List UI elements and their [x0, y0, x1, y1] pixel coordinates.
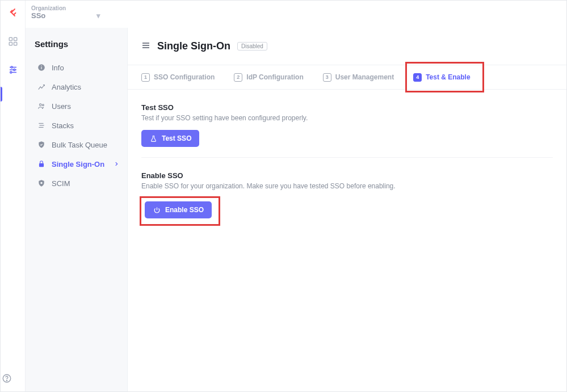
wizard-tabs: 1 SSO Configuration 2 IdP Configuration …: [128, 65, 566, 90]
sidebar-item-label: Analytics: [52, 83, 81, 91]
sidebar-item-label: Single Sign-On: [52, 160, 104, 168]
sidebar-item-scim[interactable]: SCIM: [33, 174, 123, 193]
sidebar-title: Settings: [33, 39, 123, 49]
tab-number: 4: [413, 73, 422, 82]
tab-label: User Management: [335, 73, 394, 81]
tab-sso-configuration[interactable]: 1 SSO Configuration: [141, 65, 215, 89]
page-header: Single Sign-On Disabled: [141, 40, 553, 52]
stacks-icon: [37, 121, 46, 130]
nav-rail: [1, 1, 26, 391]
svg-point-15: [40, 104, 42, 106]
tab-number: 3: [323, 73, 331, 82]
section-desc: Test if your SSO setting have been confi…: [141, 114, 553, 122]
section-enable-sso: Enable SSO Enable SSO for your organizat…: [141, 171, 553, 224]
sidebar-item-label: Users: [52, 102, 71, 111]
main-column: Organization SSo ▾ Settings Info: [26, 1, 566, 391]
analytics-icon: [37, 82, 46, 91]
users-icon: [37, 102, 46, 111]
settings-sidebar: Settings Info Analytics: [26, 28, 128, 391]
help-icon[interactable]: [1, 372, 13, 385]
svg-point-14: [41, 65, 42, 66]
svg-point-21: [40, 182, 43, 184]
svg-point-16: [43, 104, 44, 106]
svg-point-11: [6, 380, 7, 381]
org-label: Organization: [31, 5, 100, 11]
sidebar-item-info[interactable]: Info: [33, 58, 123, 77]
chevron-right-icon: [114, 160, 119, 168]
tab-user-management[interactable]: 3 User Management: [323, 65, 394, 89]
tab-label: IdP Configuration: [246, 73, 303, 81]
button-label: Enable SSO: [165, 206, 204, 214]
sidebar-item-label: Bulk Task Queue: [52, 141, 107, 149]
test-sso-button[interactable]: Test SSO: [141, 130, 199, 147]
sidebar-item-label: Stacks: [52, 121, 74, 130]
section-desc: Enable SSO for your organization. Make s…: [141, 182, 553, 190]
tab-number: 1: [141, 73, 150, 82]
org-value: SSo: [31, 11, 45, 20]
power-icon: [153, 206, 161, 214]
svg-point-7: [13, 69, 15, 71]
divider: [141, 157, 553, 158]
sidebar-item-users[interactable]: Users: [33, 96, 123, 116]
section-title: Test SSO: [141, 103, 553, 112]
status-badge: Disabled: [237, 42, 267, 50]
rail-settings-icon[interactable]: [7, 64, 19, 76]
flask-icon: [149, 134, 157, 142]
svg-point-5: [11, 66, 12, 68]
enable-sso-button[interactable]: Enable SSO: [145, 201, 212, 218]
rail-dashboard-icon[interactable]: [7, 35, 19, 48]
tab-idp-configuration[interactable]: 2 IdP Configuration: [234, 65, 303, 89]
sidebar-item-stacks[interactable]: Stacks: [33, 116, 123, 135]
highlight-box: Enable SSO: [141, 198, 219, 224]
scim-icon: [37, 179, 46, 188]
section-title: Enable SSO: [141, 171, 553, 180]
org-selector[interactable]: Organization SSo ▾: [31, 5, 100, 20]
tab-label: SSO Configuration: [154, 73, 215, 81]
svg-rect-1: [14, 37, 16, 40]
info-icon: [37, 63, 46, 72]
content-row: Settings Info Analytics: [26, 28, 566, 391]
svg-rect-0: [9, 37, 12, 40]
chevron-down-icon: ▾: [96, 11, 100, 20]
sidebar-item-label: SCIM: [52, 179, 70, 188]
svg-rect-20: [39, 163, 44, 167]
page-content: Single Sign-On Disabled 1 SSO Configurat…: [128, 28, 566, 391]
sidebar-item-label: Info: [52, 64, 64, 72]
svg-rect-3: [14, 43, 16, 45]
top-bar: Organization SSo ▾: [26, 1, 566, 28]
tab-number: 2: [234, 73, 242, 82]
rail-active-indicator: [1, 87, 2, 102]
tab-label: Test & Enable: [426, 73, 470, 81]
button-label: Test SSO: [162, 134, 191, 142]
lock-icon: [37, 159, 46, 168]
app-frame: Organization SSo ▾ Settings Info: [0, 0, 567, 392]
brand-logo-icon: [8, 7, 18, 19]
hamburger-icon[interactable]: [141, 41, 150, 52]
shield-icon: [37, 140, 46, 149]
sidebar-item-single-sign-on[interactable]: Single Sign-On: [33, 154, 123, 174]
page-title: Single Sign-On: [157, 40, 230, 52]
svg-rect-2: [9, 43, 12, 45]
tab-test-enable[interactable]: 4 Test & Enable: [413, 65, 470, 89]
sidebar-item-bulk-task-queue[interactable]: Bulk Task Queue: [33, 135, 123, 154]
svg-point-9: [10, 71, 11, 73]
sidebar-item-analytics[interactable]: Analytics: [33, 77, 123, 96]
svg-rect-13: [41, 67, 41, 69]
section-test-sso: Test SSO Test if your SSO setting have b…: [141, 103, 553, 147]
body-row: Organization SSo ▾ Settings Info: [1, 1, 566, 391]
